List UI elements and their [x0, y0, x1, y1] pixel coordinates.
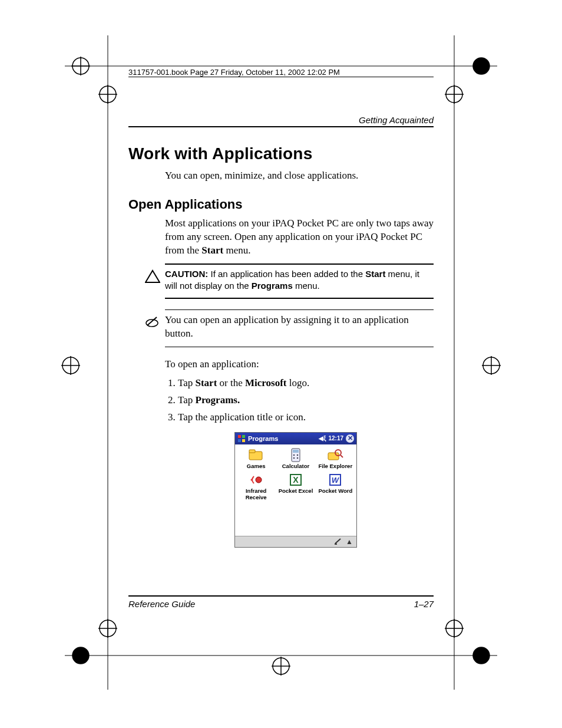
svg-point-27: [473, 647, 490, 664]
caution-block: CAUTION: If an application has been adde…: [165, 268, 434, 292]
app-label: Games: [247, 463, 266, 469]
device-screenshot: Programs ◀ξ 12:17 ✕ Games Calculator: [234, 432, 434, 548]
note-rule-bottom: [165, 347, 434, 347]
open-apps-paragraph: Most applications on your iPAQ Pocket PC…: [165, 217, 434, 258]
text: or the: [217, 377, 245, 388]
svg-rect-37: [242, 439, 245, 442]
svg-point-50: [250, 479, 252, 481]
heading-h2: Open Applications: [128, 197, 434, 212]
svg-rect-35: [242, 435, 245, 438]
svg-point-43: [297, 454, 299, 456]
step-1: Tap Start or the Microsoft logo.: [178, 375, 434, 392]
text: Tap: [178, 394, 196, 406]
device-bottombar: ▲: [235, 536, 356, 547]
header-rule: [128, 126, 434, 127]
app-label: Calculator: [282, 463, 309, 469]
svg-rect-36: [238, 439, 241, 442]
svg-point-14: [62, 357, 79, 374]
note-rule-top: [165, 309, 434, 310]
svg-point-17: [483, 357, 500, 374]
svg-point-4: [72, 58, 89, 74]
app-calculator: Calculator: [277, 448, 314, 469]
running-head: Getting Acquainted: [359, 115, 434, 125]
note-block: You can open an application by assigning…: [165, 314, 434, 341]
bold: Start: [365, 269, 385, 279]
excel-icon: X: [287, 473, 304, 487]
infrared-icon: [248, 473, 265, 487]
svg-rect-41: [293, 450, 299, 453]
svg-point-11: [446, 86, 462, 103]
calculator-icon: [287, 448, 304, 462]
up-arrow-icon: ▲: [346, 538, 353, 546]
bold: Programs: [252, 281, 293, 291]
device-titlebar: Programs ◀ξ 12:17 ✕: [235, 433, 356, 444]
note-text: You can open an application by assigning…: [165, 314, 409, 339]
bold: Start: [196, 377, 217, 388]
svg-point-28: [273, 658, 289, 674]
app-label: Pocket Excel: [279, 487, 313, 494]
svg-point-26: [72, 647, 89, 664]
svg-point-8: [100, 86, 116, 103]
svg-point-7: [473, 58, 490, 74]
svg-line-33: [147, 317, 157, 325]
intro-paragraph: You can open, minimize, and close applic…: [165, 169, 434, 183]
svg-text:X: X: [293, 475, 299, 485]
bold: Microsoft: [245, 377, 287, 388]
to-open-lead: To open an application:: [165, 358, 434, 371]
app-label: File Explorer: [319, 463, 353, 469]
app-games: Games: [237, 448, 275, 469]
sip-pencil-icon: [334, 538, 342, 546]
svg-point-44: [293, 457, 295, 459]
book-page-header: 311757-001.book Page 27 Friday, October …: [128, 68, 434, 77]
svg-point-42: [293, 454, 295, 456]
close-icon: ✕: [346, 434, 354, 443]
footer-left: Reference Guide: [128, 599, 195, 609]
pencil-note-icon: [144, 315, 160, 332]
step-3: Tap the application title or icon.: [178, 409, 434, 426]
bold: Programs.: [196, 394, 240, 406]
svg-rect-46: [328, 453, 339, 460]
app-pocket-word: W Pocket Word: [317, 473, 354, 500]
step-2: Tap Programs.: [178, 392, 434, 409]
text: If an application has been added to the: [208, 269, 365, 279]
heading-h1: Work with Applications: [128, 144, 434, 163]
footer-right: 1–27: [414, 599, 434, 609]
device-clock: 12:17: [328, 435, 343, 442]
magnifier-folder-icon: [327, 448, 343, 462]
speaker-icon: ◀ξ: [319, 435, 326, 442]
device-title: Programs: [248, 435, 278, 442]
svg-point-23: [446, 620, 462, 637]
bold-start: Start: [201, 245, 223, 256]
word-icon: W: [327, 473, 343, 487]
caution-rule-bottom: [165, 298, 434, 299]
svg-point-45: [297, 457, 299, 459]
steps-list: Tap Start or the Microsoft logo. Tap Pro…: [165, 375, 434, 426]
svg-text:W: W: [332, 476, 340, 485]
caution-label: CAUTION:: [165, 269, 208, 279]
svg-rect-34: [238, 435, 241, 438]
svg-marker-31: [146, 271, 160, 282]
book-header-text: 311757-001.book Page 27 Friday, October …: [128, 68, 340, 77]
svg-line-55: [335, 539, 340, 543]
folder-icon: [248, 448, 265, 462]
text: menu.: [293, 281, 320, 291]
svg-line-48: [340, 455, 343, 457]
programs-grid: Games Calculator File Explorer Infrared …: [235, 444, 356, 536]
windows-logo-icon: [237, 434, 246, 443]
text: Tap: [178, 377, 196, 388]
app-file-explorer: File Explorer: [317, 448, 354, 469]
caution-triangle-icon: [145, 269, 160, 286]
text: logo.: [287, 377, 310, 388]
app-pocket-excel: X Pocket Excel: [277, 473, 314, 500]
svg-point-49: [256, 477, 262, 483]
app-label: Infrared Receive: [246, 487, 267, 500]
svg-rect-39: [249, 450, 255, 453]
svg-point-20: [100, 620, 116, 637]
caution-rule-top: [165, 263, 434, 265]
app-label: Pocket Word: [318, 487, 352, 494]
app-infrared-receive: Infrared Receive: [237, 473, 275, 500]
text: menu.: [223, 245, 250, 256]
footer-rule: [128, 595, 434, 597]
